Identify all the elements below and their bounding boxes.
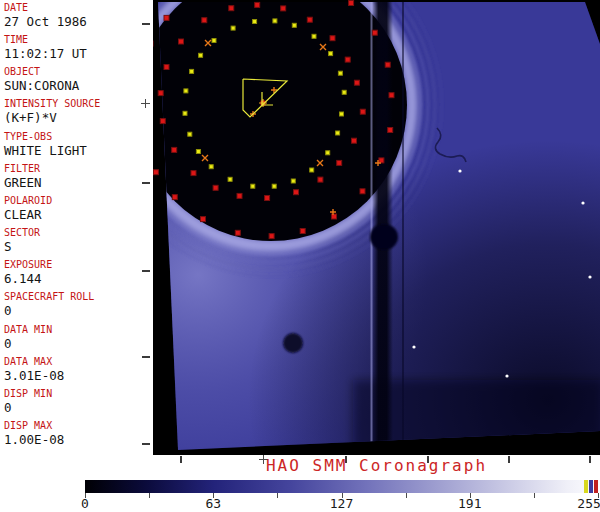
field-label: OBJECT [4, 67, 79, 77]
left-axis-tick [142, 270, 150, 272]
colorbar-label: 0 [81, 497, 89, 510]
smm-coronagraph-viewer: DATE27 Oct 1986TIME11:02:17 UTOBJECTSUN:… [0, 0, 600, 512]
left-axis-plus [141, 99, 150, 108]
saturation-stripe [589, 480, 593, 493]
left-axis-tick [142, 182, 150, 184]
colorbar [85, 480, 599, 493]
star-dot [581, 201, 584, 204]
inner-yellow-ring-dot [312, 34, 316, 38]
inner-yellow-ring-dot [188, 132, 192, 136]
field-value: 6.144 [4, 272, 52, 286]
metadata-field: DATA MIN0 [4, 325, 52, 351]
mid-red-ring-dot [237, 193, 242, 198]
outer-red-ring-dot [172, 195, 177, 200]
metadata-field: EXPOSURE6.144 [4, 260, 52, 286]
field-label: FILTER [4, 164, 42, 174]
mid-red-ring-dot [160, 119, 165, 124]
inner-yellow-ring-dot [336, 131, 340, 135]
coronagraph-scene [153, 0, 600, 455]
field-label: SECTOR [4, 228, 40, 238]
mid-red-ring-dot [345, 57, 350, 62]
inner-yellow-ring-dot [292, 23, 296, 27]
outer-red-ring-dot [332, 214, 337, 219]
field-label: DATA MAX [4, 357, 64, 367]
field-label: INTENSITY SOURCE [4, 99, 100, 109]
mid-red-ring-dot [158, 91, 163, 96]
saturation-stripe [584, 480, 588, 493]
inner-yellow-ring-dot [231, 26, 235, 30]
mid-red-ring-dot [360, 109, 365, 114]
inner-yellow-ring-dot [251, 184, 255, 188]
colorbar-tick [149, 493, 150, 498]
inner-yellow-ring-dot [184, 89, 188, 93]
outer-red-ring-dot [385, 62, 390, 67]
metadata-field: TYPE-OBSWHITE LIGHT [4, 132, 87, 158]
mid-red-ring-dot [265, 196, 270, 201]
outer-red-ring-dot [153, 170, 158, 175]
star-dot [412, 345, 415, 348]
outer-red-ring-dot [379, 158, 384, 163]
mid-red-ring-dot [318, 177, 323, 182]
mid-red-ring-dot [294, 190, 299, 195]
star-dot [505, 374, 508, 377]
mid-red-ring-dot [191, 171, 196, 176]
field-label: DATE [4, 3, 87, 13]
colorbar-label: 191 [458, 497, 481, 510]
outer-red-ring-dot [372, 30, 377, 35]
star-dot [458, 169, 461, 172]
colorbar-label: 63 [205, 497, 221, 510]
left-axis-tick [142, 356, 150, 358]
metadata-field: OBJECTSUN:CORONA [4, 67, 79, 93]
inner-yellow-ring-dot [253, 20, 257, 24]
colorbar-label: 127 [330, 497, 353, 510]
inner-yellow-ring-dot [212, 39, 216, 43]
field-value: 0 [4, 401, 52, 415]
outer-red-ring-dot [235, 230, 240, 235]
left-axis-tick [142, 23, 150, 25]
inner-yellow-ring-dot [291, 179, 295, 183]
field-label: DISP MIN [4, 389, 52, 399]
field-value: WHITE LIGHT [4, 144, 87, 158]
inner-yellow-ring-dot [228, 177, 232, 181]
outer-red-ring-dot [389, 93, 394, 98]
colorbar-label: 255 [577, 497, 600, 510]
field-value: 0 [4, 304, 94, 318]
mid-red-ring-dot [164, 65, 169, 70]
field-value: CLEAR [4, 208, 52, 222]
inner-yellow-ring-dot [273, 19, 277, 23]
inner-yellow-ring-dot [338, 71, 342, 75]
coronagraph-image [153, 0, 600, 455]
inner-yellow-ring-dot [326, 151, 330, 155]
mid-red-ring-dot [255, 2, 260, 7]
metadata-field: DATA MAX3.01E-08 [4, 357, 64, 383]
field-value: SUN:CORONA [4, 79, 79, 93]
field-value: 0 [4, 337, 52, 351]
outer-red-ring-dot [388, 128, 393, 133]
mid-red-ring-dot [179, 39, 184, 44]
saturation-stripe [594, 480, 598, 493]
field-label: EXPOSURE [4, 260, 52, 270]
metadata-field: TIME11:02:17 UT [4, 35, 87, 61]
colorbar-tick [406, 493, 407, 498]
mid-red-ring-dot [202, 18, 207, 23]
mid-red-ring-dot [352, 138, 357, 143]
left-axis-tick [142, 443, 150, 445]
inner-yellow-ring-dot [272, 184, 276, 188]
metadata-field: FILTERGREEN [4, 164, 42, 190]
metadata-sidebar: DATE27 Oct 1986TIME11:02:17 UTOBJECTSUN:… [0, 0, 153, 455]
inner-yellow-ring-dot [342, 90, 346, 94]
field-label: SPACECRAFT ROLL [4, 292, 94, 302]
field-label: POLAROID [4, 196, 52, 206]
metadata-field: POLAROIDCLEAR [4, 196, 52, 222]
metadata-field: DISP MAX1.00E-08 [4, 421, 64, 447]
mid-red-ring-dot [307, 17, 312, 22]
inner-yellow-ring-dot [310, 168, 314, 172]
outer-red-ring-dot [164, 15, 169, 20]
metadata-field: SPACECRAFT ROLL0 [4, 292, 94, 318]
mid-red-ring-dot [337, 160, 342, 165]
inner-yellow-ring-dot [199, 53, 203, 57]
colorbar-tick [277, 493, 278, 498]
metadata-field: DATE27 Oct 1986 [4, 3, 87, 29]
field-value: 27 Oct 1986 [4, 15, 87, 29]
field-value: (K+F)*V [4, 111, 100, 125]
